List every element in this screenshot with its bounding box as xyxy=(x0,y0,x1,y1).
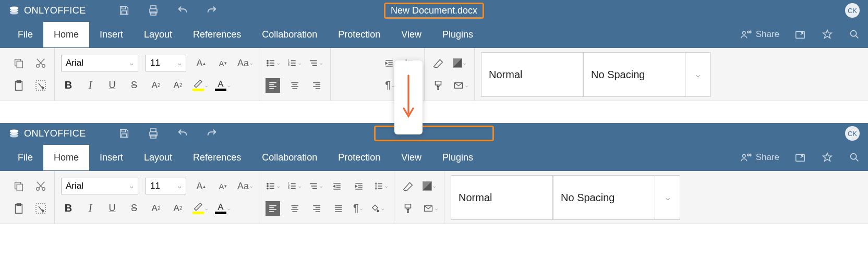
save-icon[interactable] xyxy=(117,4,131,17)
cut-icon[interactable] xyxy=(33,56,48,70)
open-location-icon[interactable] xyxy=(794,151,806,164)
star-icon[interactable] xyxy=(821,151,834,164)
menu-references[interactable]: References xyxy=(183,145,251,170)
font-grow-icon[interactable]: A▴ xyxy=(194,179,208,193)
font-color-button[interactable]: A⌵ xyxy=(215,202,230,214)
format-painter-icon[interactable] xyxy=(431,78,445,93)
save-icon[interactable] xyxy=(117,127,131,140)
copy-icon[interactable] xyxy=(11,179,26,193)
star-icon[interactable] xyxy=(821,28,834,41)
multilevel-button[interactable]: ⌵ xyxy=(308,58,322,68)
menu-insert[interactable]: Insert xyxy=(89,22,134,47)
select-all-icon[interactable] xyxy=(33,201,48,216)
align-left-icon[interactable] xyxy=(266,201,280,216)
theme-color-button[interactable]: ⌵ xyxy=(453,58,466,68)
style-normal[interactable]: Normal xyxy=(481,52,583,97)
font-name-select[interactable]: Arial⌵ xyxy=(61,178,138,194)
bullets-button[interactable]: ⌵ xyxy=(266,58,280,68)
highlight-button[interactable]: ⌵ xyxy=(192,202,208,214)
menu-layout[interactable]: Layout xyxy=(134,145,183,170)
paste-icon[interactable] xyxy=(11,78,26,93)
menu-home[interactable]: Home xyxy=(43,145,89,170)
menu-protection[interactable]: Protection xyxy=(328,145,391,170)
share-button[interactable]: Share xyxy=(740,29,779,40)
copy-icon[interactable] xyxy=(11,56,26,70)
align-center-icon[interactable] xyxy=(287,78,302,93)
select-all-icon[interactable] xyxy=(33,78,48,93)
indent-decrease-icon[interactable] xyxy=(330,179,344,193)
menu-file[interactable]: File xyxy=(7,22,43,47)
mail-merge-button[interactable]: ⌵ xyxy=(423,204,438,213)
font-shrink-icon[interactable]: A▾ xyxy=(215,56,230,70)
multilevel-button[interactable]: ⌵ xyxy=(308,181,322,191)
shading-button[interactable]: ⌵ xyxy=(370,204,384,213)
line-spacing-button[interactable]: ⌵ xyxy=(373,181,388,191)
menu-references[interactable]: References xyxy=(183,22,251,47)
indent-increase-icon[interactable] xyxy=(352,179,366,193)
align-left-icon[interactable] xyxy=(266,78,280,93)
align-right-icon[interactable] xyxy=(309,201,324,216)
user-avatar[interactable]: CK xyxy=(845,126,860,141)
undo-icon[interactable] xyxy=(176,127,189,140)
print-icon[interactable] xyxy=(147,127,160,140)
menu-home[interactable]: Home xyxy=(43,22,89,47)
share-button[interactable]: Share xyxy=(740,152,779,163)
styles-expand-button[interactable]: ⌵ xyxy=(655,175,680,220)
font-size-select[interactable]: 11⌵ xyxy=(146,178,186,194)
change-case-icon[interactable]: Aa⌵ xyxy=(237,58,252,69)
highlight-button[interactable]: ⌵ xyxy=(192,79,208,91)
underline-button[interactable]: U xyxy=(105,201,119,216)
indent-right-button[interactable] xyxy=(384,58,394,68)
eraser-icon[interactable] xyxy=(431,56,445,70)
eraser-icon[interactable] xyxy=(401,179,415,193)
underline-button[interactable]: U xyxy=(105,78,119,93)
menu-protection[interactable]: Protection xyxy=(328,22,391,47)
subscript-button[interactable]: A2 xyxy=(171,201,185,216)
cut-icon[interactable] xyxy=(33,179,48,193)
redo-icon[interactable] xyxy=(205,127,219,140)
bold-button[interactable]: B xyxy=(61,78,76,93)
italic-button[interactable]: I xyxy=(83,78,98,93)
menu-view[interactable]: View xyxy=(391,145,432,170)
menu-layout[interactable]: Layout xyxy=(134,22,183,47)
paste-icon[interactable] xyxy=(11,201,26,216)
font-name-select[interactable]: Arial⌵ xyxy=(61,55,138,71)
pilcrow-button[interactable]: ¶⌵ xyxy=(353,202,363,214)
menu-plugins[interactable]: Plugins xyxy=(432,22,484,47)
align-justify-icon[interactable] xyxy=(331,201,346,216)
pilcrow-button[interactable]: ¶⌵ xyxy=(385,79,394,91)
bullets-button[interactable]: ⌵ xyxy=(266,181,280,191)
align-right-icon[interactable] xyxy=(309,78,324,93)
print-icon[interactable] xyxy=(147,4,160,17)
menu-collaboration[interactable]: Collaboration xyxy=(251,22,328,47)
bold-button[interactable]: B xyxy=(61,201,76,216)
styles-expand-button[interactable]: ⌵ xyxy=(685,52,710,97)
font-shrink-icon[interactable]: A▾ xyxy=(215,179,230,193)
numbering-button[interactable]: 123⌵ xyxy=(287,58,301,68)
strike-button[interactable]: S xyxy=(127,78,141,93)
style-normal[interactable]: Normal xyxy=(451,175,553,220)
redo-icon[interactable] xyxy=(205,4,219,17)
theme-color-button[interactable]: ⌵ xyxy=(423,181,436,191)
subscript-button[interactable]: A2 xyxy=(171,78,185,93)
document-title-empty[interactable] xyxy=(374,126,494,141)
align-center-icon[interactable] xyxy=(287,201,302,216)
italic-button[interactable]: I xyxy=(83,201,98,216)
user-avatar[interactable]: CK xyxy=(845,3,860,18)
font-grow-icon[interactable]: A▴ xyxy=(194,56,208,70)
menu-insert[interactable]: Insert xyxy=(89,145,134,170)
style-nospacing[interactable]: No Spacing xyxy=(583,52,685,97)
undo-icon[interactable] xyxy=(176,4,189,17)
style-nospacing[interactable]: No Spacing xyxy=(553,175,655,220)
search-icon[interactable] xyxy=(848,28,861,41)
superscript-button[interactable]: A2 xyxy=(149,78,163,93)
document-title[interactable]: New Document.docx xyxy=(384,3,484,19)
menu-plugins[interactable]: Plugins xyxy=(432,145,484,170)
mail-merge-button[interactable]: ⌵ xyxy=(453,81,468,90)
numbering-button[interactable]: 123⌵ xyxy=(287,181,301,191)
menu-collaboration[interactable]: Collaboration xyxy=(251,145,328,170)
strike-button[interactable]: S xyxy=(127,201,141,216)
open-location-icon[interactable] xyxy=(794,28,806,41)
search-icon[interactable] xyxy=(848,151,861,164)
superscript-button[interactable]: A2 xyxy=(149,201,163,216)
